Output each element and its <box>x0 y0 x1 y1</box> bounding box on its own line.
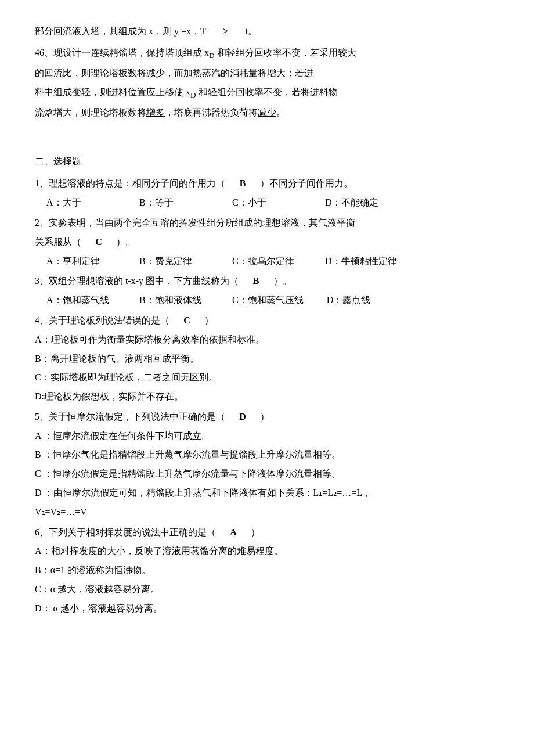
q1-option-c: C：小于 <box>232 195 302 211</box>
q1-option-a: A：大于 <box>46 195 116 211</box>
q4-stem: 4、关于理论板列说法错误的是（C） <box>35 312 499 329</box>
q3-options: A：饱和蒸气线 B：饱和液体线 C：饱和蒸气压线 D：露点线 <box>46 292 499 309</box>
q1-stem: 1、理想溶液的特点是：相同分子间的作用力（B）不同分子间作用力。 <box>35 175 499 192</box>
q2-stem2: 关系服从（C）。 <box>35 234 499 251</box>
question-1: 1、理想溶液的特点是：相同分子间的作用力（B）不同分子间作用力。 A：大于 B：… <box>35 175 499 211</box>
q2-option-b: B：费克定律 <box>139 253 209 270</box>
q1-options: A：大于 B：等于 C：小于 D：不能确定 <box>46 195 499 211</box>
q46-ans3: 上移 <box>156 87 174 97</box>
q5-option-b: B ：恒摩尔气化是指精馏段上升蒸气摩尔流量与提馏段上升摩尔流量相等。 <box>35 447 499 463</box>
q46-line2: 的回流比，则理论塔板数将减少，而加热蒸汽的消耗量将增大；若进 <box>35 65 499 82</box>
q2-option-d: D：牛顿粘性定律 <box>325 253 397 270</box>
question-46: 46、现设计一连续精馏塔，保持塔顶组成 xD 和轻组分回收率不变，若采用较大 的… <box>35 45 499 121</box>
q6-stem: 6、下列关于相对挥发度的说法中正确的是（A） <box>35 524 499 541</box>
q2-answer: C <box>81 234 116 251</box>
q6-option-a: A：相对挥发度的大小，反映了溶液用蒸馏分离的难易程度。 <box>35 543 499 560</box>
q46-line4: 流焓增大，则理论塔板数将增多，塔底再沸器热负荷将减少。 <box>35 105 499 121</box>
q46-line1: 46、现设计一连续精馏塔，保持塔顶组成 xD 和轻组分回收率不变，若采用较大 <box>35 45 499 63</box>
q46-ans1: 减少 <box>146 68 165 78</box>
q4-answer: C <box>169 312 204 329</box>
q3-option-a: A：饱和蒸气线 <box>46 292 116 309</box>
q2-option-c: C：拉乌尔定律 <box>232 253 302 270</box>
q1-answer: B <box>225 175 260 192</box>
q5-stem: 5、关于恒摩尔流假定，下列说法中正确的是（D） <box>35 409 499 426</box>
question-5: 5、关于恒摩尔流假定，下列说法中正确的是（D） A ：恒摩尔流假定在任何条件下均… <box>35 409 499 521</box>
q2-stem: 2、实验表明，当由两个完全互溶的挥发性组分所组成的理想溶液，其气液平衡 <box>35 215 499 232</box>
q3-option-b: B：饱和液体线 <box>139 292 209 309</box>
para-intro: 部分回流液入塔，其组成为 x，则 y =x，T > t。 <box>35 23 499 40</box>
q4-option-a: A：理论板可作为衡量实际塔板分离效率的依据和标准。 <box>35 332 499 348</box>
q46-ans5: 减少 <box>258 107 276 117</box>
q46-line3: 料中组成变轻，则进料位置应上移使 xD 和轻组分回收率不变，若将进料物 <box>35 84 499 102</box>
q6-option-c: C：α 越大，溶液越容易分离。 <box>35 581 499 598</box>
q3-option-c: C：饱和蒸气压线 <box>232 292 304 309</box>
question-4: 4、关于理论板列说法错误的是（C） A：理论板可作为衡量实际塔板分离效率的依据和… <box>35 312 499 405</box>
q5-option-d: D ：由恒摩尔流假定可知，精馏段上升蒸气和下降液体有如下关系：L₁=L₂=…=L… <box>35 485 499 521</box>
answer-t: > <box>208 23 243 40</box>
q4-option-d: D:理论板为假想板，实际并不存在。 <box>35 388 499 405</box>
q2-option-a: A：亨利定律 <box>46 253 116 270</box>
q5-option-c: C ：恒摩尔流假定是指精馏段上升蒸气摩尔流量与下降液体摩尔流量相等。 <box>35 466 499 483</box>
q4-option-c: C：实际塔板即为理论板，二者之间无区别。 <box>35 369 499 386</box>
q3-option-d: D：露点线 <box>327 292 396 309</box>
section-2-title: 二、选择题 <box>35 153 499 170</box>
document-content: 部分回流液入塔，其组成为 x，则 y =x，T > t。 46、现设计一连续精馏… <box>35 23 499 617</box>
q6-option-d: D： α 越小，溶液越容易分离。 <box>35 600 499 617</box>
q6-option-b: B：α=1 的溶液称为恒沸物。 <box>35 562 499 579</box>
q5-option-a: A ：恒摩尔流假定在任何条件下均可成立。 <box>35 428 499 445</box>
question-2: 2、实验表明，当由两个完全互溶的挥发性组分所组成的理想溶液，其气液平衡 关系服从… <box>35 215 499 269</box>
q3-answer: B <box>239 273 273 290</box>
q2-options: A：亨利定律 B：费克定律 C：拉乌尔定律 D：牛顿粘性定律 <box>46 253 499 270</box>
q4-option-b: B：离开理论板的气、液两相互成平衡。 <box>35 351 499 368</box>
question-6: 6、下列关于相对挥发度的说法中正确的是（A） A：相对挥发度的大小，反映了溶液用… <box>35 524 499 617</box>
q1-option-d: D：不能确定 <box>325 195 395 211</box>
q46-ans4: 增多 <box>146 107 165 117</box>
question-3: 3、双组分理想溶液的 t-x-y 图中，下方曲线称为（B）。 A：饱和蒸气线 B… <box>35 273 499 309</box>
q1-option-b: B：等于 <box>139 195 209 211</box>
q6-answer: A <box>216 524 251 541</box>
q46-ans2: 增大 <box>267 68 286 78</box>
q5-answer: D <box>225 409 260 426</box>
para-intro-text: 部分回流液入塔，其组成为 x，则 y =x，T > t。 <box>35 23 499 40</box>
q3-stem: 3、双组分理想溶液的 t-x-y 图中，下方曲线称为（B）。 <box>35 273 499 290</box>
